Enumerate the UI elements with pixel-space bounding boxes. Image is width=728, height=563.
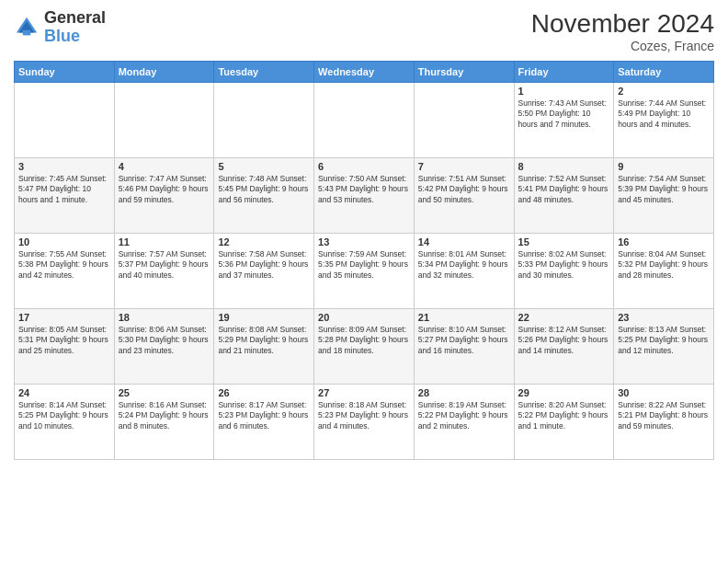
day-info: Sunrise: 7:43 AM Sunset: 5:50 PM Dayligh… [518,98,610,130]
logo: General Blue [14,9,106,46]
month-title: November 2024 [531,9,714,39]
day-number: 2 [618,86,710,97]
calendar-cell: 6Sunrise: 7:50 AM Sunset: 5:43 PM Daylig… [314,158,415,234]
day-info: Sunrise: 8:20 AM Sunset: 5:22 PM Dayligh… [518,400,610,431]
day-info: Sunrise: 8:13 AM Sunset: 5:25 PM Dayligh… [618,325,710,356]
day-info: Sunrise: 7:55 AM Sunset: 5:38 PM Dayligh… [18,249,110,281]
day-number: 27 [318,387,410,398]
day-number: 23 [618,312,710,323]
calendar-cell: 4Sunrise: 7:47 AM Sunset: 5:46 PM Daylig… [114,158,214,234]
calendar-cell: 28Sunrise: 8:19 AM Sunset: 5:22 PM Dayli… [414,385,514,460]
calendar-header-saturday: Saturday [614,62,714,83]
day-info: Sunrise: 8:18 AM Sunset: 5:23 PM Dayligh… [318,400,410,431]
calendar-week-4: 17Sunrise: 8:05 AM Sunset: 5:31 PM Dayli… [15,309,714,385]
calendar-cell: 1Sunrise: 7:43 AM Sunset: 5:50 PM Daylig… [514,83,614,158]
calendar-cell [214,83,314,158]
calendar-cell: 27Sunrise: 8:18 AM Sunset: 5:23 PM Dayli… [314,385,415,460]
day-info: Sunrise: 8:16 AM Sunset: 5:24 PM Dayligh… [119,400,210,431]
calendar-cell: 22Sunrise: 8:12 AM Sunset: 5:26 PM Dayli… [514,309,614,385]
calendar-cell: 19Sunrise: 8:08 AM Sunset: 5:29 PM Dayli… [214,309,314,385]
calendar-week-1: 1Sunrise: 7:43 AM Sunset: 5:50 PM Daylig… [15,83,714,158]
day-number: 21 [418,312,510,323]
day-info: Sunrise: 8:19 AM Sunset: 5:22 PM Dayligh… [418,400,510,431]
day-number: 19 [218,312,310,323]
day-info: Sunrise: 8:06 AM Sunset: 5:30 PM Dayligh… [119,325,210,356]
calendar-cell: 13Sunrise: 7:59 AM Sunset: 5:35 PM Dayli… [314,234,415,309]
calendar-week-3: 10Sunrise: 7:55 AM Sunset: 5:38 PM Dayli… [15,234,714,309]
day-number: 28 [418,387,510,398]
calendar-cell: 12Sunrise: 7:58 AM Sunset: 5:36 PM Dayli… [214,234,314,309]
day-number: 24 [18,387,110,398]
calendar-cell: 5Sunrise: 7:48 AM Sunset: 5:45 PM Daylig… [214,158,314,234]
day-info: Sunrise: 8:01 AM Sunset: 5:34 PM Dayligh… [418,249,510,281]
day-number: 11 [119,236,210,247]
calendar-cell: 8Sunrise: 7:52 AM Sunset: 5:41 PM Daylig… [514,158,614,234]
calendar-cell: 11Sunrise: 7:57 AM Sunset: 5:37 PM Dayli… [114,234,214,309]
calendar-cell: 9Sunrise: 7:54 AM Sunset: 5:39 PM Daylig… [614,158,714,234]
day-info: Sunrise: 8:04 AM Sunset: 5:32 PM Dayligh… [618,249,710,281]
day-info: Sunrise: 7:47 AM Sunset: 5:46 PM Dayligh… [119,174,210,205]
day-info: Sunrise: 8:12 AM Sunset: 5:26 PM Dayligh… [518,325,610,356]
day-number: 15 [518,236,610,247]
day-info: Sunrise: 7:54 AM Sunset: 5:39 PM Dayligh… [618,174,710,205]
calendar-week-5: 24Sunrise: 8:14 AM Sunset: 5:25 PM Dayli… [15,385,714,460]
day-number: 12 [218,236,310,247]
day-info: Sunrise: 8:08 AM Sunset: 5:29 PM Dayligh… [218,325,310,356]
calendar-header-tuesday: Tuesday [214,62,314,83]
day-number: 16 [618,236,710,247]
day-info: Sunrise: 7:50 AM Sunset: 5:43 PM Dayligh… [318,174,410,205]
day-number: 20 [318,312,410,323]
day-number: 7 [418,161,510,172]
calendar-header-wednesday: Wednesday [314,62,415,83]
calendar-cell: 21Sunrise: 8:10 AM Sunset: 5:27 PM Dayli… [414,309,514,385]
logo-icon [14,15,40,40]
day-info: Sunrise: 7:59 AM Sunset: 5:35 PM Dayligh… [318,249,410,281]
calendar-cell [414,83,514,158]
day-number: 8 [518,161,610,172]
day-number: 26 [218,387,310,398]
day-number: 14 [418,236,510,247]
calendar-header-monday: Monday [114,62,214,83]
calendar-cell: 29Sunrise: 8:20 AM Sunset: 5:22 PM Dayli… [514,385,614,460]
calendar-header-friday: Friday [514,62,614,83]
day-number: 30 [618,387,710,398]
day-info: Sunrise: 8:02 AM Sunset: 5:33 PM Dayligh… [518,249,610,281]
calendar-week-2: 3Sunrise: 7:45 AM Sunset: 5:47 PM Daylig… [15,158,714,234]
calendar-cell: 18Sunrise: 8:06 AM Sunset: 5:30 PM Dayli… [114,309,214,385]
calendar-cell: 23Sunrise: 8:13 AM Sunset: 5:25 PM Dayli… [614,309,714,385]
day-number: 13 [318,236,410,247]
day-number: 5 [218,161,310,172]
day-number: 6 [318,161,410,172]
svg-rect-2 [23,30,30,36]
title-block: November 2024 Cozes, France [531,9,714,53]
day-info: Sunrise: 7:57 AM Sunset: 5:37 PM Dayligh… [119,249,210,281]
calendar-cell [114,83,214,158]
calendar: SundayMondayTuesdayWednesdayThursdayFrid… [14,61,714,460]
calendar-cell: 25Sunrise: 8:16 AM Sunset: 5:24 PM Dayli… [114,385,214,460]
calendar-cell: 7Sunrise: 7:51 AM Sunset: 5:42 PM Daylig… [414,158,514,234]
day-number: 3 [18,161,110,172]
calendar-header-sunday: Sunday [15,62,115,83]
day-info: Sunrise: 7:52 AM Sunset: 5:41 PM Dayligh… [518,174,610,205]
logo-text: General Blue [44,9,106,46]
calendar-cell: 3Sunrise: 7:45 AM Sunset: 5:47 PM Daylig… [15,158,115,234]
day-number: 18 [119,312,210,323]
calendar-cell: 15Sunrise: 8:02 AM Sunset: 5:33 PM Dayli… [514,234,614,309]
day-info: Sunrise: 8:09 AM Sunset: 5:28 PM Dayligh… [318,325,410,356]
day-info: Sunrise: 7:45 AM Sunset: 5:47 PM Dayligh… [18,174,110,205]
page-header: General Blue November 2024 Cozes, France [14,9,714,53]
day-info: Sunrise: 7:58 AM Sunset: 5:36 PM Dayligh… [218,249,310,281]
calendar-cell: 17Sunrise: 8:05 AM Sunset: 5:31 PM Dayli… [15,309,115,385]
day-info: Sunrise: 8:10 AM Sunset: 5:27 PM Dayligh… [418,325,510,356]
calendar-cell: 2Sunrise: 7:44 AM Sunset: 5:49 PM Daylig… [614,83,714,158]
day-number: 25 [119,387,210,398]
calendar-header-thursday: Thursday [414,62,514,83]
calendar-cell: 30Sunrise: 8:22 AM Sunset: 5:21 PM Dayli… [614,385,714,460]
location: Cozes, France [531,39,714,53]
calendar-cell: 24Sunrise: 8:14 AM Sunset: 5:25 PM Dayli… [15,385,115,460]
day-info: Sunrise: 8:05 AM Sunset: 5:31 PM Dayligh… [18,325,110,356]
day-info: Sunrise: 8:17 AM Sunset: 5:23 PM Dayligh… [218,400,310,431]
logo-general: General [44,9,106,28]
day-number: 1 [518,86,610,97]
logo-blue: Blue [44,28,106,46]
